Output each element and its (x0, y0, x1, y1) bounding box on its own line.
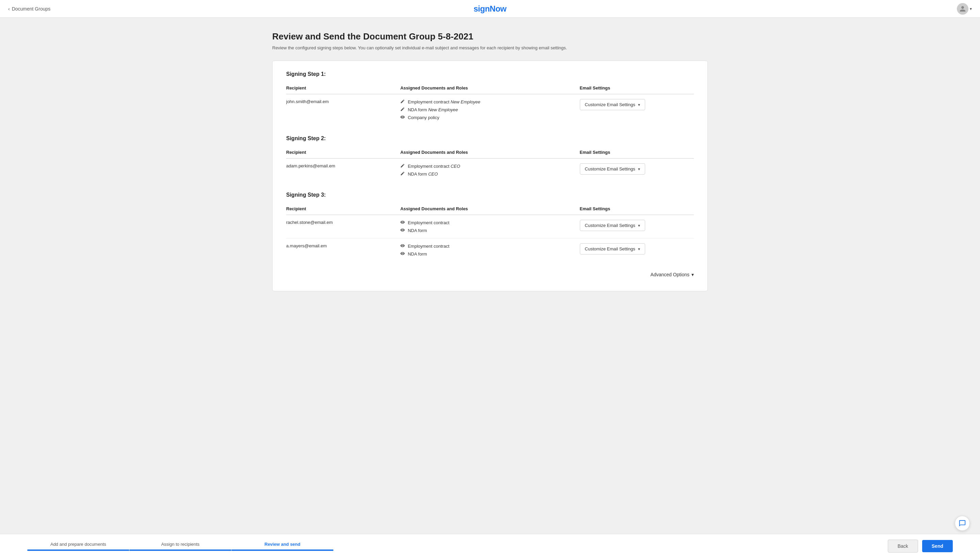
signing-step-3: Signing Step 3: Recipient Assigned Docum… (286, 192, 694, 262)
progress-step-3: Review and send (231, 542, 333, 551)
email-settings-label: Customize Email Settings (585, 223, 635, 228)
send-button[interactable]: Send (922, 540, 953, 552)
doc-name: NDA form (408, 251, 427, 256)
documents-1-1: Employment contract New Employee NDA for… (400, 94, 579, 126)
table-row: adam.perkins@email.em Employment contrac… (286, 159, 694, 182)
user-chevron-icon: ▾ (970, 7, 972, 11)
col-recipient-1: Recipient (286, 83, 400, 94)
step-label-2: Assign to recipients (161, 542, 200, 547)
advanced-options-button[interactable]: Advanced Options ▾ (651, 272, 694, 277)
col-recipient-3: Recipient (286, 204, 400, 215)
advanced-options-row: Advanced Options ▾ (286, 272, 694, 277)
customize-email-settings-button[interactable]: Customize Email Settings ▾ (580, 220, 645, 231)
col-documents-1: Assigned Documents and Roles (400, 83, 579, 94)
card: Signing Step 1: Recipient Assigned Docum… (272, 61, 708, 291)
doc-name: NDA form CEO (408, 171, 438, 177)
col-recipient-2: Recipient (286, 147, 400, 159)
chevron-down-icon: ▾ (638, 247, 640, 251)
progress-line-1 (27, 550, 129, 551)
email-settings-1-1: Customize Email Settings ▾ (580, 94, 694, 126)
eye-icon (400, 228, 405, 233)
doc-name: Employment contract (408, 220, 449, 225)
recipient-1-1: john.smith@email.em (286, 94, 400, 126)
step-2-title: Signing Step 2: (286, 135, 694, 141)
email-settings-label: Customize Email Settings (585, 102, 635, 107)
table-row: a.mayers@email.em Employment contract (286, 238, 694, 262)
doc-name: Employment contract (408, 244, 449, 249)
customize-email-settings-button[interactable]: Customize Email Settings ▾ (580, 163, 645, 174)
back-link[interactable]: ‹ Document Groups (8, 6, 50, 11)
progress-line-2 (129, 550, 231, 551)
edit-icon (400, 107, 405, 113)
edit-icon (400, 171, 405, 177)
footer-buttons: Back Send (888, 540, 953, 553)
col-email-3: Email Settings (580, 204, 694, 215)
step-3-title: Signing Step 3: (286, 192, 694, 198)
list-item: Employment contract New Employee (400, 99, 579, 105)
table-row: rachel.stone@email.em Employment contrac… (286, 215, 694, 238)
advanced-options-label: Advanced Options (651, 272, 689, 277)
step-label-1: Add and prepare documents (50, 542, 106, 547)
chevron-down-icon: ▾ (638, 102, 640, 107)
progress-line-3 (231, 550, 333, 551)
chevron-down-icon: ▾ (638, 167, 640, 171)
eye-icon (400, 220, 405, 226)
documents-3-1: Employment contract NDA form (400, 215, 579, 238)
user-menu[interactable]: ▾ (957, 3, 972, 15)
page-subtitle: Review the configured signing steps belo… (272, 45, 708, 50)
doc-name: Employment contract CEO (408, 164, 460, 169)
email-settings-2-1: Customize Email Settings ▾ (580, 159, 694, 182)
chevron-down-icon: ▾ (691, 272, 694, 277)
list-item: NDA form New Employee (400, 107, 579, 113)
customize-email-settings-button[interactable]: Customize Email Settings ▾ (580, 99, 645, 110)
col-email-2: Email Settings (580, 147, 694, 159)
footer: Add and prepare documents Assign to reci… (0, 534, 980, 558)
list-item: Employment contract CEO (400, 163, 579, 169)
recipient-2-1: adam.perkins@email.em (286, 159, 400, 182)
header: ‹ Document Groups signNow ▾ (0, 0, 980, 18)
step-label-3: Review and send (264, 542, 300, 547)
recipient-3-2: a.mayers@email.em (286, 238, 400, 262)
list-item: NDA form (400, 251, 579, 257)
page-title: Review and Send the Document Group 5-8-2… (272, 31, 708, 42)
doc-name: Company policy (408, 115, 439, 120)
edit-icon (400, 163, 405, 169)
eye-icon (400, 251, 405, 257)
list-item: Company policy (400, 115, 579, 120)
documents-2-1: Employment contract CEO NDA form CEO (400, 159, 579, 182)
signing-step-2: Signing Step 2: Recipient Assigned Docum… (286, 135, 694, 182)
col-documents-3: Assigned Documents and Roles (400, 204, 579, 215)
edit-icon (400, 99, 405, 105)
email-settings-3-2: Customize Email Settings ▾ (580, 238, 694, 262)
doc-name: NDA form New Employee (408, 107, 458, 112)
back-label: Document Groups (12, 6, 51, 11)
step-2-table: Recipient Assigned Documents and Roles E… (286, 147, 694, 182)
avatar (957, 3, 969, 15)
recipient-3-1: rachel.stone@email.em (286, 215, 400, 238)
email-settings-3-1: Customize Email Settings ▾ (580, 215, 694, 238)
step-3-table: Recipient Assigned Documents and Roles E… (286, 204, 694, 262)
signing-step-1: Signing Step 1: Recipient Assigned Docum… (286, 71, 694, 125)
chevron-down-icon: ▾ (638, 223, 640, 228)
step-1-table: Recipient Assigned Documents and Roles E… (286, 83, 694, 125)
progress-step-2: Assign to recipients (129, 542, 231, 551)
step-1-title: Signing Step 1: (286, 71, 694, 77)
list-item: NDA form CEO (400, 171, 579, 177)
documents-3-2: Employment contract NDA form (400, 238, 579, 262)
main-content: Review and Send the Document Group 5-8-2… (245, 18, 735, 325)
col-email-1: Email Settings (580, 83, 694, 94)
email-settings-label: Customize Email Settings (585, 166, 635, 171)
doc-name: NDA form (408, 228, 427, 233)
chat-fab-button[interactable] (955, 516, 970, 531)
email-settings-label: Customize Email Settings (585, 246, 635, 251)
list-item: NDA form (400, 228, 579, 233)
eye-icon (400, 115, 405, 120)
customize-email-settings-button[interactable]: Customize Email Settings ▾ (580, 243, 645, 254)
back-button[interactable]: Back (888, 540, 918, 553)
list-item: Employment contract (400, 243, 579, 249)
eye-icon (400, 243, 405, 249)
app-logo: signNow (474, 4, 507, 14)
list-item: Employment contract (400, 220, 579, 226)
doc-name: Employment contract New Employee (408, 99, 480, 105)
table-row: john.smith@email.em Employment contract … (286, 94, 694, 126)
